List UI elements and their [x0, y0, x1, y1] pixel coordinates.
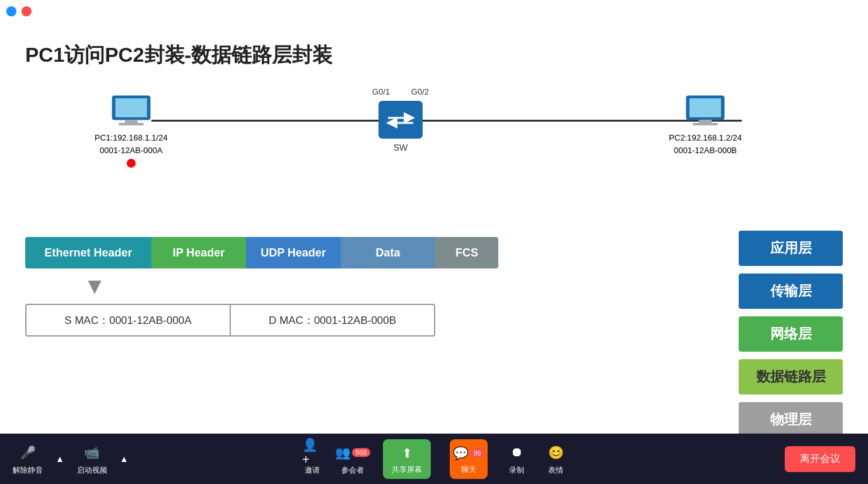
mac-table: S MAC：0001-12AB-000A D MAC：0001-12AB-000…	[25, 304, 435, 337]
mute-expand-icon: ▲	[56, 454, 64, 464]
bottom-toolbar: 🎤 解除静音 ▲ 📹 启动视频 ▲ 👤+ 邀请 👥 968 参会者	[0, 434, 868, 484]
svg-rect-1	[115, 98, 147, 117]
leave-button[interactable]: 离开会议	[785, 446, 855, 472]
port-g01-label: G0/1	[372, 87, 390, 96]
page-title: PC1访问PC2封装-数据链路层封装	[25, 42, 843, 69]
close-icon[interactable]	[21, 6, 32, 16]
layer-net-btn[interactable]: 网络层	[739, 316, 843, 352]
invite-icon: 👤+	[302, 442, 322, 463]
pc2-label: PC2:192.168.1.2/24 0001-12AB-000B	[669, 132, 742, 156]
share-label: 共享屏幕	[392, 464, 422, 475]
frame-bar: Ethernet Header IP Header UDP Header Dat…	[25, 237, 498, 268]
participants-badge: 968	[352, 448, 370, 457]
frame-cell-data: Data	[341, 237, 435, 268]
down-arrow: ▼	[82, 275, 107, 297]
sw-container: G0/1 G0/2	[378, 101, 423, 153]
mac-src: S MAC：0001-12AB-000A	[26, 305, 231, 335]
frame-cell-ip: IP Header	[151, 237, 246, 268]
emoji-icon: 😊	[546, 442, 566, 463]
mic-icon: 🎤	[18, 442, 38, 463]
main-content: PC1访问PC2封装-数据链路层封装 PC1:192.168.1.1/24 00…	[0, 23, 868, 434]
frame-cell-udp: UDP Header	[246, 237, 341, 268]
pc2-icon	[683, 95, 727, 129]
layer-app-btn[interactable]: 应用层	[739, 231, 843, 266]
top-bar	[0, 0, 868, 23]
video-button[interactable]: 📹 启动视频	[77, 442, 107, 476]
svg-rect-8	[689, 98, 721, 117]
mac-dst: D MAC：0001-12AB-000B	[231, 305, 434, 335]
camera-icon: 📹	[82, 442, 102, 463]
svg-rect-3	[119, 123, 144, 125]
video-arrow[interactable]: ▲	[120, 454, 129, 464]
record-icon: ⏺	[507, 442, 527, 463]
share-icon: ⬆	[397, 443, 417, 463]
video-expand-icon: ▲	[120, 454, 129, 464]
sw-label: SW	[394, 142, 408, 153]
emoji-label: 表情	[548, 465, 563, 476]
svg-rect-2	[125, 120, 138, 123]
layer-panel: 应用层 传输层 网络层 数据链路层 物理层	[739, 231, 843, 437]
info-icon	[6, 6, 16, 16]
pc2-container: PC2:192.168.1.2/24 0001-12AB-000B	[669, 95, 742, 156]
mute-label: 解除静音	[13, 465, 43, 476]
pc1-label: PC1:192.168.1.1/24 0001-12AB-000A	[95, 132, 168, 156]
emoji-button[interactable]: 😊 表情	[546, 442, 566, 476]
invite-label: 邀请	[305, 465, 320, 476]
chat-badge: 99	[470, 449, 484, 458]
network-line	[151, 120, 742, 122]
pc1-status-dot	[127, 159, 136, 168]
layer-data-btn[interactable]: 数据链路层	[739, 359, 843, 395]
svg-rect-10	[693, 123, 718, 125]
frame-section: Ethernet Header IP Header UDP Header Dat…	[25, 237, 498, 337]
invite-button[interactable]: 👤+ 邀请	[302, 442, 322, 476]
chat-icon: 💬 99	[459, 443, 479, 463]
video-label: 启动视频	[77, 465, 107, 476]
participants-label: 参会者	[341, 465, 364, 476]
sw-icon	[378, 101, 423, 139]
toolbar-left: 🎤 解除静音 ▲ 📹 启动视频 ▲	[13, 442, 129, 476]
participants-button[interactable]: 👥 968 参会者	[341, 442, 364, 476]
toolbar-center: 👤+ 邀请 👥 968 参会者 ⬆ 共享屏幕 💬 99 聊天 ⏺	[302, 439, 566, 479]
frame-cell-fcs: FCS	[435, 237, 498, 268]
frame-cell-eth: Ethernet Header	[25, 237, 151, 268]
mute-button[interactable]: 🎤 解除静音	[13, 442, 43, 476]
mute-arrow[interactable]: ▲	[56, 454, 64, 464]
port-g02-label: G0/2	[411, 87, 429, 96]
record-label: 录制	[509, 465, 524, 476]
svg-rect-9	[699, 120, 712, 123]
toolbar-right: 离开会议	[785, 446, 855, 472]
layer-trans-btn[interactable]: 传输层	[739, 274, 843, 309]
pc1-icon	[109, 95, 153, 129]
pc1-container: PC1:192.168.1.1/24 0001-12AB-000A	[95, 95, 168, 168]
svg-rect-4	[383, 109, 418, 130]
chat-label: 聊天	[461, 464, 476, 475]
share-screen-button[interactable]: ⬆ 共享屏幕	[383, 439, 431, 479]
participants-icon: 👥 968	[343, 442, 363, 463]
chat-button[interactable]: 💬 99 聊天	[450, 439, 488, 479]
network-diagram: PC1:192.168.1.1/24 0001-12AB-000A G0/1 G…	[25, 88, 843, 189]
layer-phys-btn[interactable]: 物理层	[739, 402, 843, 437]
record-button[interactable]: ⏺ 录制	[507, 442, 527, 476]
